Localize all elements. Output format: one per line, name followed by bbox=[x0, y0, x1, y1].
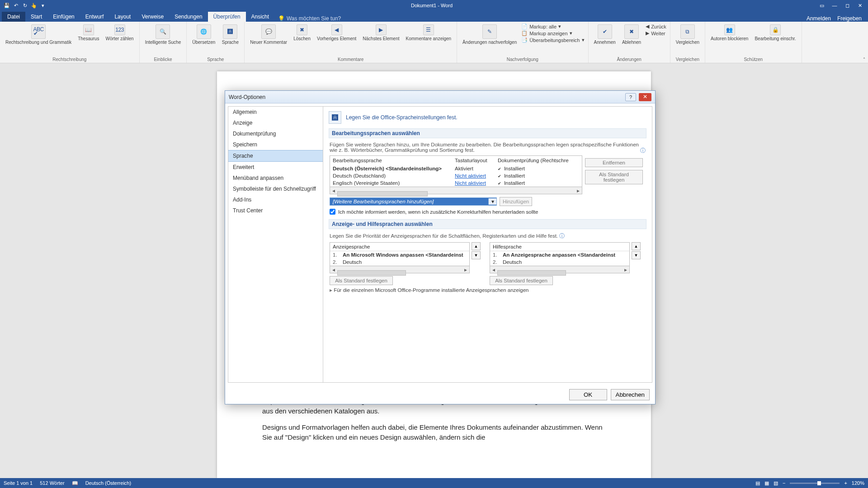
dialog-titlebar[interactable]: Word-Optionen ? ✕ bbox=[225, 91, 655, 103]
lang-row[interactable]: Deutsch (Deutschland) Nicht aktiviert ✔ … bbox=[330, 172, 582, 179]
activate-link[interactable]: Nicht aktiviert bbox=[455, 180, 486, 186]
notify-label: Ich möchte informiert werden, wenn ich z… bbox=[338, 209, 538, 215]
proofing-ok-icon: ✔ bbox=[498, 174, 501, 178]
nav-customize-ribbon[interactable]: Menüband anpassen bbox=[228, 173, 323, 183]
lang-row[interactable]: Englisch (Vereinigte Staaten) Nicht akti… bbox=[330, 179, 582, 187]
move-down-icon[interactable]: ▼ bbox=[472, 251, 481, 259]
lang-row[interactable]: Deutsch (Österreich) <Standardeinstellun… bbox=[330, 165, 582, 172]
nav-save[interactable]: Speichern bbox=[228, 139, 323, 150]
set-default-display-button[interactable]: Als Standard festlegen bbox=[330, 276, 393, 285]
section-display-languages: Anzeige- und Hilfesprachen auswählen bbox=[329, 219, 646, 229]
col-editing-language: Bearbeitungssprache bbox=[333, 158, 455, 163]
help-list-hscroll[interactable]: ◂▸ bbox=[490, 266, 630, 273]
add-language-combo[interactable]: [Weitere Bearbeitungssprachen hinzufügen… bbox=[330, 197, 497, 206]
display-language-header: Anzeigesprache bbox=[330, 243, 469, 251]
display-list-hscroll[interactable]: ◂▸ bbox=[330, 266, 470, 273]
chevron-down-icon[interactable]: ▾ bbox=[488, 198, 496, 205]
scroll-left-icon[interactable]: ◂ bbox=[330, 188, 337, 194]
options-dialog: Word-Optionen ? ✕ Allgemein Anzeige Doku… bbox=[225, 90, 656, 404]
nav-display[interactable]: Anzeige bbox=[228, 117, 323, 128]
remove-language-button[interactable]: Entfernen bbox=[585, 158, 643, 167]
proofing-ok-icon: ✔ bbox=[498, 181, 501, 186]
info-icon[interactable]: ⓘ bbox=[559, 233, 565, 239]
activate-link[interactable]: Nicht aktiviert bbox=[455, 173, 486, 178]
nav-language[interactable]: Sprache bbox=[228, 150, 323, 162]
show-installed-languages-link[interactable]: Für die einzelnen Microsoft Office-Progr… bbox=[330, 285, 646, 295]
ok-button[interactable]: OK bbox=[569, 389, 607, 400]
dialog-backdrop: Word-Optionen ? ✕ Allgemein Anzeige Doku… bbox=[0, 0, 868, 488]
list-item[interactable]: An Microsoft Windows anpassen <Standarde… bbox=[343, 252, 463, 258]
set-default-help-button[interactable]: Als Standard festlegen bbox=[490, 276, 553, 285]
section1-desc: Fügen Sie weitere Sprachen hinzu, um Ihr… bbox=[330, 142, 639, 153]
list-item[interactable]: Deutsch bbox=[503, 259, 522, 265]
add-language-button[interactable]: Hinzufügen bbox=[500, 197, 532, 206]
cancel-button[interactable]: Abbrechen bbox=[611, 389, 650, 400]
dialog-title: Word-Optionen bbox=[229, 94, 623, 100]
nav-qat[interactable]: Symbolleiste für den Schnellzugriff bbox=[228, 183, 323, 194]
close-dialog-icon[interactable]: ✕ bbox=[639, 93, 651, 101]
nav-advanced[interactable]: Erweitert bbox=[228, 162, 323, 173]
col-keyboard: Tastaturlayout bbox=[455, 158, 498, 163]
display-language-list[interactable]: Anzeigesprache 1.An Microsoft Windows an… bbox=[330, 242, 470, 266]
set-default-button[interactable]: Als Standard festlegen bbox=[585, 170, 643, 184]
help-language-header: Hilfesprache bbox=[490, 243, 629, 251]
nav-proofing[interactable]: Dokumentprüfung bbox=[228, 128, 323, 139]
pane-heading: Legen Sie die Office-Spracheinstellungen… bbox=[346, 114, 458, 121]
list-item[interactable]: Deutsch bbox=[343, 259, 362, 265]
nav-trust[interactable]: Trust Center bbox=[228, 205, 323, 216]
nav-general[interactable]: Allgemein bbox=[228, 107, 323, 117]
dialog-pane: 🅰 Legen Sie die Office-Spracheinstellung… bbox=[323, 107, 652, 382]
notify-checkbox[interactable] bbox=[330, 209, 335, 215]
section2-desc: Legen Sie die Priorität der Anzeigesprac… bbox=[330, 233, 558, 239]
info-icon[interactable]: ⓘ bbox=[640, 147, 646, 154]
scroll-right-icon[interactable]: ▸ bbox=[575, 188, 582, 194]
lang-table-hscroll[interactable]: ◂ ▸ bbox=[330, 187, 582, 194]
help-icon[interactable]: ? bbox=[625, 93, 636, 101]
nav-addins[interactable]: Add-Ins bbox=[228, 194, 323, 205]
move-down-icon[interactable]: ▼ bbox=[632, 251, 641, 259]
dialog-nav: Allgemein Anzeige Dokumentprüfung Speich… bbox=[228, 107, 323, 382]
proofing-ok-icon: ✔ bbox=[498, 167, 501, 171]
move-up-icon[interactable]: ▲ bbox=[472, 242, 481, 250]
help-language-list[interactable]: Hilfesprache 1.An Anzeigesprache anpasse… bbox=[490, 242, 630, 266]
section-editing-languages: Bearbeitungssprachen auswählen bbox=[329, 128, 646, 138]
language-icon: 🅰 bbox=[329, 111, 341, 124]
col-proofing: Dokumentprüfung (Rechtschre bbox=[498, 158, 579, 163]
list-item[interactable]: An Anzeigesprache anpassen <Standardeins… bbox=[503, 252, 615, 258]
move-up-icon[interactable]: ▲ bbox=[632, 242, 641, 250]
